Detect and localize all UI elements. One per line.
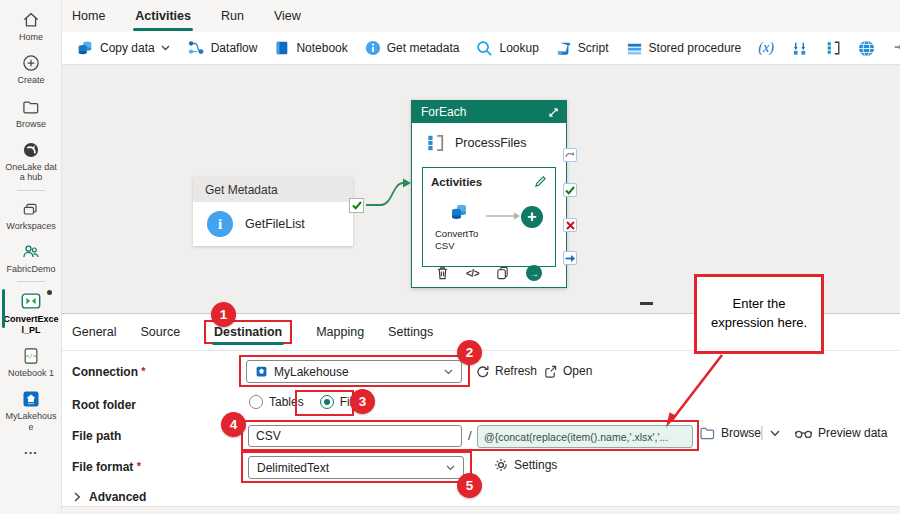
skip-port[interactable] — [563, 148, 577, 162]
lakehouse-icon — [21, 389, 41, 409]
step-badge-5: 5 — [457, 473, 482, 498]
script-button[interactable]: Script — [556, 40, 609, 56]
advanced-expander[interactable]: Advanced — [74, 490, 146, 504]
foreach-icon — [425, 133, 445, 153]
dataflow-icon — [187, 39, 205, 57]
foreach-activities-container[interactable]: Activities ConvertTo CSV + — [422, 167, 556, 267]
menu-run[interactable]: Run — [219, 7, 246, 25]
menu-home[interactable]: Home — [70, 7, 107, 25]
menu-activities[interactable]: Activities — [133, 7, 193, 25]
go-arrow-icon[interactable]: → — [526, 265, 542, 281]
sidebar-item-fabricdemo[interactable]: FabricDemo — [0, 236, 62, 279]
stored-procedure-label: Stored procedure — [649, 41, 742, 55]
collapse-icon[interactable] — [548, 107, 559, 118]
browse-icon — [21, 97, 41, 117]
file-name-expression-input[interactable]: @{concat(replace(item().name,'.xlsx','..… — [477, 425, 693, 448]
radio-circle-files — [320, 395, 334, 409]
file-format-dropdown[interactable]: DelimitedText — [248, 456, 464, 479]
stored-procedure-button[interactable]: Stored procedure — [626, 40, 742, 57]
refresh-label: Refresh — [495, 364, 537, 378]
lakehouse-icon — [255, 365, 268, 378]
onelake-icon — [21, 140, 41, 160]
tab-settings[interactable]: Settings — [388, 322, 433, 342]
edit-pencil-icon[interactable] — [534, 175, 547, 188]
lookup-label: Lookup — [499, 41, 538, 55]
get-metadata-activity-card[interactable]: Get Metadata i GetFileList — [193, 177, 353, 246]
foreach-activity-button[interactable] — [825, 40, 841, 56]
invoke-pipeline-icon — [791, 40, 808, 57]
panel-bottom-strip — [62, 506, 900, 514]
notebook-button[interactable]: Notebook — [274, 40, 347, 56]
open-button[interactable]: Open — [544, 364, 592, 378]
dataflow-button[interactable]: Dataflow — [187, 39, 258, 57]
sidebar-item-label: Notebook 1 — [5, 368, 57, 378]
tab-general[interactable]: General — [72, 322, 116, 342]
sidebar-item-convertexcel-pl[interactable]: ConvertExcel_PL — [0, 284, 62, 340]
radio-tables[interactable]: Tables — [249, 395, 304, 409]
foreach-card-header: ForEach — [421, 105, 466, 119]
sidebar-item-mylakehouse[interactable]: MyLakehouse — [0, 383, 62, 437]
notebook-icon — [274, 40, 290, 56]
foreach-activity-card[interactable]: ForEach ProcessFiles Activities ConvertT… — [411, 100, 567, 288]
sidebar-item-label: OneLake data hub — [0, 162, 62, 183]
file-format-label: File format * — [72, 460, 141, 474]
connection-dropdown[interactable]: MyLakehouse — [246, 360, 462, 383]
copy-data-button[interactable]: Copy data — [76, 39, 170, 57]
set-variable-button[interactable]: (x) — [758, 40, 774, 56]
left-nav-sidebar: Home Create Browse OneLake data hub Work… — [0, 0, 62, 514]
get-metadata-button[interactable]: Get metadata — [365, 40, 460, 56]
invoke-pipeline-button[interactable] — [791, 40, 808, 57]
tab-mapping[interactable]: Mapping — [316, 322, 364, 342]
sidebar-item-home[interactable]: Home — [0, 4, 62, 47]
preview-data-button[interactable]: Preview data — [795, 426, 887, 440]
chevron-right-icon — [74, 492, 81, 502]
foreach-activity-name: ProcessFiles — [455, 136, 527, 150]
success-port[interactable] — [563, 183, 577, 197]
delete-icon[interactable] — [436, 266, 449, 280]
menu-view[interactable]: View — [272, 7, 303, 25]
sidebar-item-browse[interactable]: Browse — [0, 91, 62, 134]
get-metadata-activity-name: GetFileList — [245, 217, 305, 231]
tab-source[interactable]: Source — [140, 322, 180, 342]
lookup-button[interactable]: Lookup — [476, 40, 538, 57]
panel-tabs: General Source Destination Mapping Setti… — [72, 320, 433, 344]
sidebar-item-workspaces[interactable]: Workspaces — [0, 193, 62, 236]
svg-text:</>: </> — [26, 353, 37, 359]
step-badge-3: 3 — [350, 389, 375, 414]
fail-port[interactable] — [563, 218, 577, 232]
sidebar-item-notebook-1[interactable]: </> Notebook 1 — [0, 340, 62, 383]
connection-value: MyLakehouse — [274, 365, 438, 379]
glasses-icon — [795, 428, 812, 439]
sidebar-item-more[interactable]: ... — [0, 437, 62, 463]
unsaved-dot — [47, 290, 52, 295]
sidebar-item-create[interactable]: Create — [0, 47, 62, 90]
clone-icon[interactable] — [496, 266, 509, 280]
panel-minimize-button[interactable] — [640, 302, 653, 305]
dataflow-label: Dataflow — [211, 41, 258, 55]
browse-button[interactable]: Browse — [700, 426, 761, 440]
webhook-button[interactable] — [892, 39, 900, 57]
code-view-icon[interactable]: </> — [466, 268, 479, 279]
sidebar-item-onelake[interactable]: OneLake data hub — [0, 134, 62, 188]
lookup-icon — [476, 40, 493, 57]
sidebar-divider — [17, 281, 45, 282]
format-settings-button[interactable]: Settings — [494, 458, 557, 472]
refresh-button[interactable]: Refresh — [476, 364, 537, 378]
browse-chevron-icon[interactable] — [770, 430, 780, 437]
file-format-value: DelimitedText — [257, 461, 440, 475]
directory-input[interactable]: CSV — [248, 425, 462, 447]
radio-circle-tables — [249, 395, 263, 409]
activities-toolbar: Copy data Dataflow Notebook Get metadata… — [62, 32, 900, 65]
sidebar-item-label: MyLakehouse — [0, 411, 62, 432]
home-icon — [21, 10, 41, 30]
success-output-port[interactable] — [349, 198, 364, 213]
inner-activity-convertto-csv[interactable]: ConvertTo CSV — [435, 202, 483, 252]
activities-label: Activities — [431, 176, 482, 188]
sidebar-item-label: Home — [16, 32, 46, 42]
web-activity-button[interactable] — [858, 40, 875, 57]
workspace-people-icon — [21, 242, 41, 262]
create-icon — [21, 53, 41, 73]
add-activity-button[interactable]: + — [521, 206, 543, 228]
get-metadata-card-header: Get Metadata — [193, 177, 353, 202]
completion-port[interactable] — [563, 251, 577, 265]
